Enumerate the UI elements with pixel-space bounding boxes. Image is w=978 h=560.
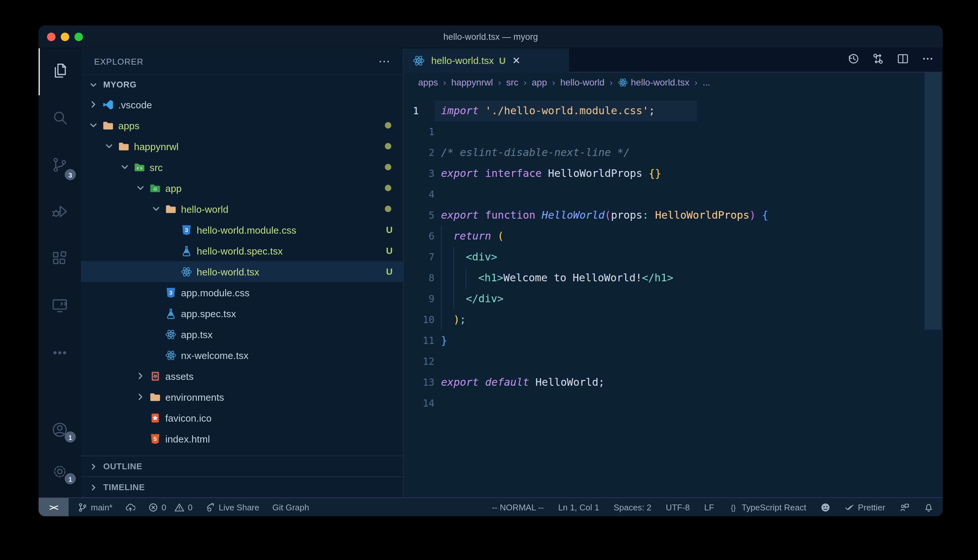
breadcrumb-separator: ›	[443, 77, 446, 87]
status-item-git-branch[interactable]: main*	[78, 502, 113, 512]
editor-scrollbar[interactable]	[925, 72, 941, 330]
tree-item-hello-world-module-css[interactable]: 3hello-world.module.cssU	[81, 219, 403, 240]
status-item-git-graph[interactable]: Git Graph	[273, 502, 309, 512]
breadcrumb-item-app[interactable]: app	[532, 77, 547, 87]
chevron-right-icon	[86, 99, 100, 110]
vscode-window: hello-world.tsx — myorg 311 EXPLORER ⋯ M…	[38, 25, 943, 516]
folder-app-icon	[148, 182, 162, 193]
status-item-feedback[interactable]	[899, 502, 909, 512]
folder-icon	[163, 203, 178, 214]
code-line[interactable]: 9 </div>	[404, 288, 943, 309]
activity-bar: 311	[38, 48, 81, 497]
breadcrumb-item-hello-world[interactable]: hello-world	[560, 77, 604, 87]
close-tab-icon[interactable]: ✕	[512, 55, 520, 66]
status-item-vim-mode[interactable]: -- NORMAL --	[492, 502, 543, 512]
code-line[interactable]: 1	[404, 122, 943, 142]
tree-item-src[interactable]: src	[81, 157, 403, 178]
file-tree: .vscodeappshappynrwlsrcapphello-world3he…	[81, 94, 403, 455]
status-item-publish-changes[interactable]	[126, 502, 135, 512]
breadcrumb-item-happynrwl[interactable]: happynrwl	[451, 77, 493, 87]
breadcrumb-item-hello-world-tsx[interactable]: hello-world.tsx	[618, 77, 689, 87]
status-item-cursor-position[interactable]: Ln 1, Col 1	[558, 502, 599, 512]
activity-item-run-debug[interactable]	[38, 189, 81, 236]
tree-item-nx-welcome-tsx[interactable]: nx-welcome.tsx	[81, 345, 403, 365]
breadcrumb-item-src[interactable]: src	[506, 77, 518, 87]
tree-item-hello-world-spec-tsx[interactable]: hello-world.spec.tsxU	[81, 240, 403, 261]
activity-item-more-views[interactable]	[38, 330, 81, 377]
tab-hello-world-tsx[interactable]: hello-world.tsx U ✕	[404, 48, 569, 72]
status-item-indentation[interactable]: Spaces: 2	[614, 502, 652, 512]
svg-text:{}: {}	[731, 503, 736, 512]
line-number: 5	[404, 205, 435, 226]
code-line[interactable]: 14	[404, 393, 943, 414]
breadcrumb-item-apps[interactable]: apps	[418, 77, 438, 87]
status-item-prettier[interactable]: Prettier	[845, 502, 885, 512]
tree-item-favicon-ico[interactable]: favicon.ico	[81, 407, 403, 428]
code-editor[interactable]: 1import './hello-world.module.css';12/* …	[404, 92, 943, 497]
activity-item-remote-explorer[interactable]	[38, 283, 81, 330]
tree-item-label: app.tsx	[181, 328, 213, 340]
outline-section-header[interactable]: OUTLINE	[81, 455, 403, 477]
tree-item-environments[interactable]: environments	[81, 387, 403, 407]
status-item-live-share[interactable]: Live Share	[206, 502, 259, 512]
status-item-github[interactable]	[821, 502, 830, 512]
code-line[interactable]: 11}	[404, 330, 943, 351]
git-untracked-badge: U	[386, 225, 393, 235]
status-item-eol[interactable]: LF	[704, 502, 714, 512]
timeline-label: TIMELINE	[103, 482, 145, 492]
split-icon[interactable]	[897, 53, 909, 67]
activity-item-source-control[interactable]: 3	[38, 142, 81, 189]
code-line[interactable]: 2/* eslint-disable-next-line */	[404, 142, 943, 163]
code-line[interactable]: 7 <div>	[404, 247, 943, 268]
line-number: 7	[404, 247, 435, 268]
tree-item-assets[interactable]: assets	[81, 365, 403, 387]
views-and-more-actions-icon[interactable]: ⋯	[378, 58, 391, 65]
status-item-encoding[interactable]: UTF-8	[666, 502, 690, 512]
code-line[interactable]: 12	[404, 351, 943, 372]
code-line[interactable]: 5export function HelloWorld(props: Hello…	[404, 205, 943, 226]
tree-item-hello-world-tsx[interactable]: hello-world.tsxU	[81, 261, 403, 282]
code-line[interactable]: 10 );	[404, 309, 943, 330]
code-line[interactable]: 8 <h1>Welcome to HelloWorld!</h1>	[404, 268, 943, 288]
tree-item-label: favicon.ico	[165, 412, 212, 423]
code-line[interactable]: 6 return (	[404, 226, 943, 247]
code-line[interactable]: 4	[404, 184, 943, 205]
breadcrumb-item--[interactable]: ...	[703, 77, 710, 87]
chevron-down-icon	[149, 203, 163, 214]
more-icon[interactable]	[922, 53, 934, 67]
remote-indicator[interactable]: ><	[38, 498, 69, 516]
history-icon[interactable]	[848, 53, 859, 67]
test-icon	[163, 308, 178, 319]
tree-item-app[interactable]: app	[81, 178, 403, 198]
activity-item-settings[interactable]: 1	[38, 452, 81, 493]
line-number: 4	[404, 184, 435, 205]
chevron-right-icon	[86, 482, 100, 492]
timeline-section-header[interactable]: TIMELINE	[81, 477, 403, 497]
status-item-language-mode[interactable]: {}TypeScript React	[729, 502, 806, 512]
workspace-section-header[interactable]: MYORG	[81, 74, 403, 94]
tree-item-app-module-css[interactable]: 3app.module.css	[81, 282, 403, 303]
code-line-current[interactable]: 1import './hello-world.module.css';	[404, 100, 943, 122]
status-item-notifications[interactable]	[924, 502, 934, 512]
tree-item--vscode[interactable]: .vscode	[81, 94, 403, 115]
react-icon	[411, 55, 426, 66]
activity-item-explorer[interactable]	[38, 48, 81, 95]
tree-item-happynrwl[interactable]: happynrwl	[81, 136, 403, 157]
activity-item-extensions[interactable]	[38, 236, 81, 283]
code-line[interactable]: 13export default HelloWorld;	[404, 372, 943, 393]
code-line[interactable]: 3export interface HelloWorldProps {}	[404, 163, 943, 184]
tree-item-app-tsx[interactable]: app.tsx	[81, 324, 403, 345]
activity-item-accounts[interactable]: 1	[38, 410, 81, 452]
tree-item-hello-world[interactable]: hello-world	[81, 198, 403, 219]
compare-icon[interactable]	[872, 53, 884, 67]
folder-icon	[100, 120, 115, 131]
chevron-down-icon	[118, 162, 132, 172]
tree-item-index-html[interactable]: 5index.html	[81, 428, 403, 449]
react-icon	[179, 266, 193, 277]
editor-toolbar	[848, 48, 943, 72]
more-views-icon	[51, 343, 69, 364]
activity-item-search[interactable]	[38, 95, 81, 142]
tree-item-apps[interactable]: apps	[81, 115, 403, 136]
tree-item-app-spec-tsx[interactable]: app.spec.tsx	[81, 303, 403, 324]
status-item-problems[interactable]: 00	[149, 502, 193, 512]
